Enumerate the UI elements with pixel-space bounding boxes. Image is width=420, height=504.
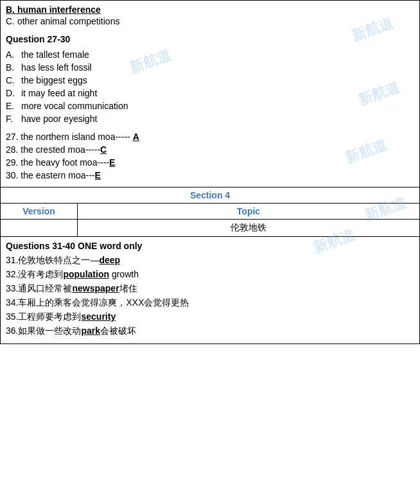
answer-29-text: 29. the heavy foot moa---- (6, 157, 109, 168)
q33-after: 堵住 (119, 283, 137, 293)
option-b: B. has less left fossil (6, 62, 414, 73)
answer-27: 27. the northern island moa----- A (6, 132, 414, 142)
answer-29-letter: E (109, 157, 115, 168)
option-e-text: more vocal communication (21, 101, 128, 111)
options-list: A. the tallest female B. has less left f… (6, 49, 414, 124)
option-b-text: has less left fossil (21, 62, 92, 73)
data-topic-cell: 伦敦地铁 (78, 220, 419, 236)
answer-29: 29. the heavy foot moa----E (6, 157, 414, 168)
option-e: E. more vocal communication (6, 101, 414, 111)
question-header: Question 27-30 (6, 34, 414, 44)
option-a-letter: A. (6, 49, 21, 60)
answer-28: 28. the crested moa-----C (6, 144, 414, 155)
questions-body: Questions 31-40 ONE word only 31.伦敦地铁特点之… (1, 237, 419, 343)
q31-answer: deep (99, 255, 120, 265)
option-c: C. the biggest eggs (6, 75, 414, 85)
q36-answer: park (81, 326, 100, 336)
questions-title: Questions 31-40 ONE word only (6, 241, 414, 251)
q36-after: 会被破坏 (100, 326, 136, 336)
option-c-letter: C. (6, 75, 21, 85)
option-f-text: have poor eyesight (21, 114, 97, 124)
answer-30-text: 30. the eastern moa--- (6, 170, 95, 180)
option-a: A. the tallest female (6, 49, 414, 60)
question-35: 35.工程师要考虑到security (6, 311, 414, 323)
table-header-row: Version Topic (1, 204, 419, 220)
q36-before: 36.如果做一些改动 (6, 326, 81, 336)
answer-28-text: 28. the crested moa----- (6, 144, 100, 155)
bottom-section: Section 4 Version Topic 伦敦地铁 Questions 3… (0, 187, 420, 344)
answer-27-text: 27. the northern island moa----- (6, 132, 133, 142)
top-section: 新航道 新航道 新航道 新航道 新航道 新航道 B. human interfe… (0, 0, 420, 187)
answer-30: 30. the eastern moa---E (6, 170, 414, 180)
table-data-row: 伦敦地铁 (1, 220, 419, 237)
q34-text: 34.车厢上的乘客会觉得凉爽，XXX会觉得更热 (6, 297, 189, 308)
question-36: 36.如果做一些改动park会被破坏 (6, 326, 414, 337)
option-a-text: the tallest female (21, 49, 89, 60)
option-d-text: it may feed at night (21, 88, 97, 98)
q32-after: growth (109, 269, 139, 279)
option-e-letter: E. (6, 101, 21, 111)
option-f: F. have poor eyesight (6, 114, 414, 124)
answer-27-letter: A (133, 132, 139, 142)
option-d-letter: D. (6, 88, 21, 98)
option-f-letter: F. (6, 114, 21, 124)
answers-section: 27. the northern island moa----- A 28. t… (6, 132, 414, 180)
question-32: 32.没有考虑到population growth (6, 269, 414, 281)
answer-28-letter: C (100, 144, 107, 155)
question-33: 33.通风口经常被newspaper堵住 (6, 283, 414, 295)
question-31: 31.伦敦地铁特点之一—deep (6, 255, 414, 266)
option-c-text: the biggest eggs (21, 75, 87, 85)
section4-header: Section 4 (1, 187, 419, 204)
option-d: D. it may feed at night (6, 88, 414, 98)
q31-before: 31.伦敦地铁特点之一— (6, 255, 99, 265)
question-34: 34.车厢上的乘客会觉得凉爽，XXX会觉得更热 (6, 297, 414, 309)
q35-answer: security (81, 311, 116, 322)
line-c: C. other animal competitions (6, 16, 414, 26)
col-version-header: Version (1, 204, 78, 219)
title-b: B. human interference (6, 4, 414, 15)
q35-before: 35.工程师要考虑到 (6, 311, 81, 322)
option-b-letter: B. (6, 62, 21, 73)
q33-answer: newspaper (72, 283, 119, 293)
col-topic-header: Topic (78, 204, 419, 219)
q33-before: 33.通风口经常被 (6, 283, 72, 293)
q32-before: 32.没有考虑到 (6, 269, 63, 279)
answer-30-letter: E (95, 170, 101, 180)
data-version-cell (1, 220, 78, 236)
q32-answer: population (63, 269, 109, 279)
